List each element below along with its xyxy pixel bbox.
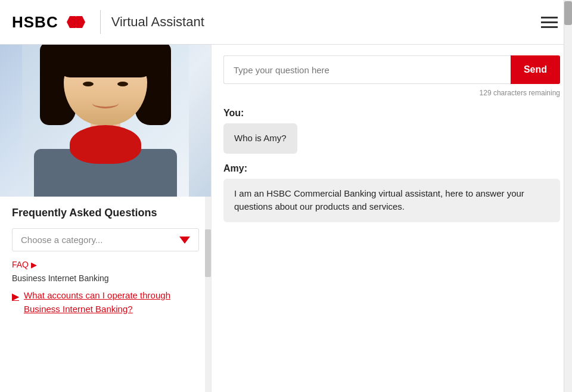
- input-row: Send: [223, 55, 560, 84]
- user-label: You:: [223, 108, 560, 119]
- faq-question-item[interactable]: ▶ What accounts can I operate through Bu…: [12, 289, 199, 316]
- avatar: [0, 45, 211, 197]
- dropdown-label: Choose a category...: [21, 235, 102, 245]
- hamburger-icon: [541, 21, 558, 23]
- faq-question-text: What accounts can I operate through Busi…: [24, 289, 199, 316]
- assistant-message-text: I am an HSBC Commercial Banking virtual …: [234, 188, 524, 212]
- bullet-icon: ▶: [12, 290, 19, 316]
- hsbc-diamond-icon: [63, 15, 89, 29]
- faq-link[interactable]: FAQ ▶: [12, 260, 37, 269]
- user-message-bubble: Who is Amy?: [223, 123, 297, 154]
- sidebar: Frequently Asked Questions Choose a cate…: [0, 45, 212, 392]
- user-message-text: Who is Amy?: [234, 133, 287, 143]
- sidebar-scrollbar-thumb[interactable]: [205, 229, 211, 277]
- faq-category: Business Internet Banking: [12, 273, 199, 283]
- header-divider: [100, 10, 101, 34]
- scrollbar-thumb[interactable]: [564, 1, 572, 25]
- chevron-down-icon: [179, 237, 190, 244]
- hamburger-icon: [541, 17, 558, 18]
- hsbc-logo-text: HSBC: [12, 13, 58, 32]
- arrow-right-icon: ▶: [31, 260, 37, 269]
- menu-button[interactable]: [539, 14, 560, 30]
- faq-link-text: FAQ: [12, 260, 29, 269]
- send-label: Send: [524, 64, 547, 74]
- assistant-label: Amy:: [223, 163, 560, 174]
- hsbc-hexagon-icon: [63, 15, 89, 29]
- page-scrollbar[interactable]: [564, 0, 572, 392]
- chat-area: Send 129 characters remaining You: Who i…: [212, 45, 572, 392]
- user-message-block: You: Who is Amy?: [223, 108, 560, 154]
- assistant-message-bubble: I am an HSBC Commercial Banking virtual …: [223, 179, 560, 222]
- main-content: Frequently Asked Questions Choose a cate…: [0, 45, 572, 392]
- hamburger-icon: [541, 26, 558, 28]
- faq-title: Frequently Asked Questions: [12, 206, 199, 220]
- assistant-message-block: Amy: I am an HSBC Commercial Banking vir…: [223, 163, 560, 222]
- header: HSBC Virtual Assistant: [0, 0, 572, 45]
- hsbc-logo: HSBC: [12, 13, 89, 32]
- category-dropdown[interactable]: Choose a category...: [12, 228, 199, 251]
- char-count: 129 characters remaining: [223, 89, 560, 97]
- question-input[interactable]: [223, 55, 511, 84]
- page-title: Virtual Assistant: [111, 14, 204, 30]
- sidebar-scrollbar[interactable]: [205, 197, 211, 392]
- faq-section: Frequently Asked Questions Choose a cate…: [0, 197, 211, 325]
- send-button[interactable]: Send: [511, 55, 560, 84]
